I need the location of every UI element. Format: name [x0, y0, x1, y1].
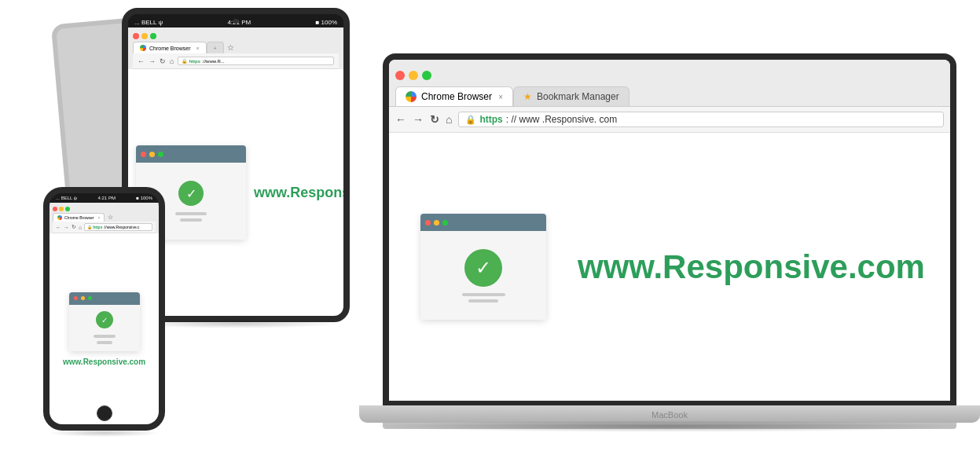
- tablet-site-url: www.Responsive.: [254, 185, 343, 201]
- phone-back-btn[interactable]: ←: [56, 225, 61, 230]
- laptop-tab-close[interactable]: ×: [498, 93, 503, 101]
- laptop-green-light: [422, 71, 431, 80]
- tablet-browser-chrome: Chrome Browser × + ☆ ← → ↻ ⌂: [128, 28, 343, 69]
- phone-yellow-light: [59, 207, 64, 211]
- laptop-browser-chrome: Chrome Browser × ★ Bookmark Manager: [389, 60, 950, 107]
- phone-mockup-green: [88, 296, 92, 300]
- phone-status-bar: ... BELL ψ 4:21 PM ■ 100%: [50, 193, 159, 203]
- laptop-checkmark-icon: ✓: [475, 257, 491, 279]
- tablet-url-rest: ://www.R...: [202, 59, 225, 64]
- laptop-shadow: [367, 420, 972, 432]
- phone-screen: Chrome Browser × ☆ ← → ↻ ⌂ 🔒 https: [50, 203, 159, 424]
- laptop-checkmark: ✓: [464, 249, 502, 287]
- tablet-green-light: [150, 33, 156, 39]
- laptop-chrome-icon: [406, 91, 417, 102]
- laptop-mockup-green: [442, 220, 448, 226]
- tablet-status-left: ... BELL ψ: [134, 19, 163, 26]
- phone-address-bar[interactable]: 🔒 https ://www.Responsive.c: [84, 223, 152, 231]
- tablet-mockup-yellow: [149, 152, 155, 157]
- tablet-forward-btn[interactable]: →: [149, 57, 156, 65]
- phone-red-light: [53, 207, 57, 211]
- tablet-tab-close[interactable]: ×: [196, 46, 200, 51]
- tablet-mockup-lines: [175, 212, 207, 222]
- tablet-line-2: [180, 218, 202, 222]
- laptop-refresh-btn[interactable]: ↻: [430, 113, 439, 126]
- phone-tabs: Chrome Browser × ☆: [53, 213, 156, 222]
- laptop-url-https: https: [479, 114, 502, 125]
- laptop-bookmark-tab[interactable]: ★ Bookmark Manager: [513, 86, 629, 106]
- laptop-star-icon: ★: [523, 91, 532, 102]
- tablet-mockup-red: [141, 152, 146, 157]
- phone-mockup-header: [69, 292, 140, 305]
- phone-url-rest: ://www.Responsive.c: [103, 225, 139, 229]
- phone-mockup-body: ✓: [69, 305, 140, 351]
- laptop-mockup-red: [425, 220, 431, 226]
- laptop-screen-inner: Chrome Browser × ★ Bookmark Manager ← → …: [389, 60, 950, 401]
- tablet-mockup-green: [158, 152, 163, 157]
- phone-mockup-lines: [94, 335, 116, 344]
- laptop-mockup-header: [420, 214, 546, 231]
- phone-mockup-yellow: [81, 296, 85, 300]
- laptop-content: ✓ www.Responsive.com: [389, 133, 950, 401]
- phone-active-tab[interactable]: Chrome Browser ×: [53, 213, 105, 222]
- phone-refresh-btn[interactable]: ↻: [72, 224, 76, 230]
- phone-checkmark-icon: ✓: [101, 316, 108, 324]
- phone-line-1: [94, 335, 116, 338]
- laptop-mockup-lines: [462, 293, 505, 302]
- tablet-red-light: [133, 33, 139, 39]
- laptop-home-btn[interactable]: ⌂: [446, 113, 452, 126]
- tablet-mockup-header: [136, 145, 246, 163]
- tablet-tab-label: Chrome Browser: [149, 46, 191, 51]
- laptop-screen-outer: Chrome Browser × ★ Bookmark Manager ← → …: [383, 53, 956, 407]
- tablet-camera: [233, 19, 238, 24]
- phone-content: ✓ www.Responsive.com: [50, 233, 159, 424]
- tablet-inactive-tab[interactable]: +: [207, 42, 224, 53]
- laptop-url-rest: : // www .Responsive. com: [506, 114, 617, 125]
- phone-browser-mockup: ✓: [69, 292, 140, 351]
- phone-toolbar: ← → ↻ ⌂ 🔒 https ://www.Responsive.c: [53, 222, 156, 233]
- phone-bookmark-icon[interactable]: ☆: [108, 213, 113, 222]
- laptop-device: Chrome Browser × ★ Bookmark Manager ← → …: [383, 53, 956, 446]
- laptop-browser-mockup: ✓: [420, 214, 546, 320]
- laptop-active-tab[interactable]: Chrome Browser ×: [395, 86, 513, 106]
- laptop-toolbar: ← → ↻ ⌂ 🔒 https : // www .Responsive. co…: [389, 107, 950, 133]
- tablet-toolbar: ← → ↻ ⌂ 🔒 https ://www.R...: [133, 53, 339, 69]
- tablet-back-btn[interactable]: ←: [138, 57, 145, 65]
- tablet-yellow-light: [141, 33, 148, 39]
- phone-tab-label: Chrome Browser: [64, 215, 94, 220]
- phone-forward-btn[interactable]: →: [64, 225, 69, 230]
- laptop-forward-btn[interactable]: →: [413, 113, 424, 126]
- laptop-back-btn[interactable]: ←: [395, 113, 406, 126]
- tablet-chrome-icon: [140, 45, 146, 51]
- phone-chrome-icon: [57, 215, 62, 220]
- laptop-tabs: Chrome Browser × ★ Bookmark Manager: [395, 86, 944, 106]
- tablet-home-btn[interactable]: ⌂: [170, 57, 174, 65]
- laptop-bookmark-label: Bookmark Manager: [537, 91, 619, 102]
- tablet-line-1: [175, 212, 207, 215]
- phone-tab-close[interactable]: ×: [98, 215, 101, 220]
- phone-shadow: [47, 429, 161, 437]
- phone-browser-chrome: Chrome Browser × ☆ ← → ↻ ⌂ 🔒 https: [50, 203, 159, 233]
- tablet-refresh-btn[interactable]: ↻: [160, 57, 166, 65]
- phone-home-button[interactable]: [97, 405, 112, 421]
- laptop-red-light: [395, 71, 405, 80]
- phone-mockup-red: [74, 296, 78, 300]
- laptop-line-2: [468, 299, 498, 302]
- laptop-ssl-icon: 🔒: [465, 115, 476, 125]
- phone-home-btn[interactable]: ⌂: [79, 225, 82, 230]
- phone-device: ... BELL ψ 4:21 PM ■ 100% Chrome Browser: [43, 187, 165, 431]
- tablet-address-bar[interactable]: 🔒 https ://www.R...: [178, 57, 334, 65]
- tablet-active-tab[interactable]: Chrome Browser ×: [133, 42, 207, 53]
- tablet-status-right: ■ 100%: [315, 19, 337, 26]
- laptop-tab-label: Chrome Browser: [421, 91, 492, 102]
- phone-green-light: [65, 207, 70, 211]
- tablet-url-https: https: [189, 59, 200, 64]
- tablet-bookmark-icon[interactable]: ☆: [227, 42, 234, 53]
- phone-ssl-icon: 🔒: [87, 225, 92, 229]
- laptop-address-bar[interactable]: 🔒 https : // www .Responsive. com: [458, 112, 944, 127]
- tablet-plus-icon: +: [214, 46, 217, 51]
- tablet-traffic-lights: [133, 31, 339, 42]
- phone-url-https: https: [93, 225, 102, 229]
- phone-traffic-lights: [53, 205, 156, 213]
- phone-site-url: www.Responsive.com: [63, 358, 145, 366]
